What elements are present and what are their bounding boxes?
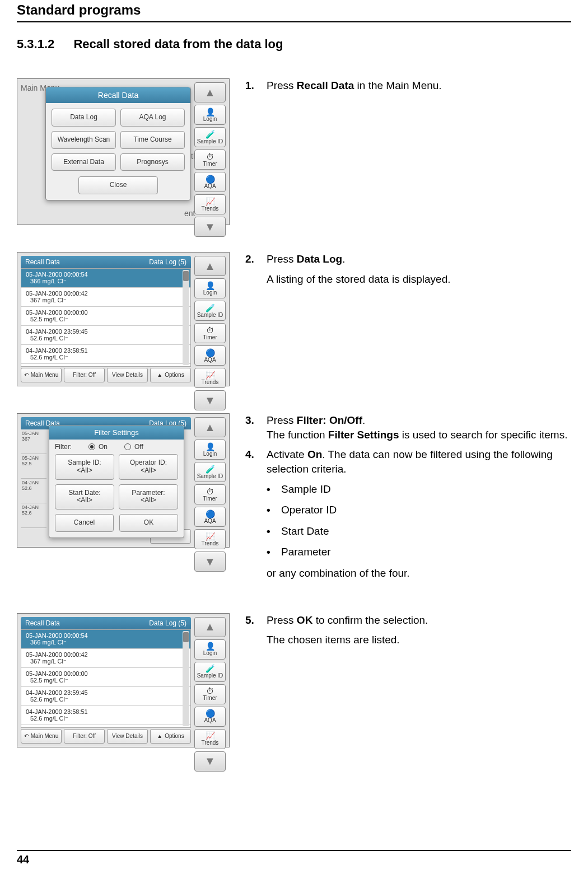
list-item[interactable]: 05-JAN-2000 00:00:0052.5 mg/L Cl⁻ — [21, 668, 190, 687]
sample-id-filter-button[interactable]: Sample ID:<All> — [55, 454, 114, 480]
step-4-text: Activate On. The data can now be filtere… — [267, 447, 571, 476]
main-menu-button[interactable]: ↶Main Menu — [21, 729, 62, 744]
s3-a: Press — [267, 414, 297, 426]
rule-top — [17, 21, 571, 22]
sample-id-button[interactable]: 🧪Sample ID — [194, 462, 226, 482]
data-log-button[interactable]: Data Log — [52, 109, 116, 127]
step-number-5: 5. — [245, 613, 259, 628]
scroll-up-icon[interactable]: ▲ — [194, 256, 226, 276]
login-icon: 👤 — [206, 443, 215, 451]
scrollbar-thumb[interactable] — [183, 632, 189, 642]
main-menu-label: Main Menu — [31, 372, 58, 378]
login-button[interactable]: 👤Login — [194, 440, 226, 460]
title-left: Recall Data — [25, 619, 60, 627]
list-item[interactable]: 05-JAN-2000 00:00:0052.5 mg/L Cl⁻ — [21, 307, 190, 326]
main-menu-button[interactable]: ↶Main Menu — [21, 368, 62, 382]
view-details-button[interactable]: View Details — [107, 368, 148, 382]
sample-id-filter-value: <All> — [77, 466, 92, 474]
aqa-label: AQA — [204, 518, 216, 524]
trends-button[interactable]: 📈Trends — [194, 529, 226, 549]
rule-bottom — [17, 850, 571, 851]
sample-id-label: Sample ID — [197, 473, 223, 479]
aqa-button[interactable]: 🔵AQA — [194, 345, 226, 366]
sample-id-button[interactable]: 🧪Sample ID — [194, 127, 226, 147]
login-button[interactable]: 👤Login — [194, 105, 226, 125]
step-5-text-bold: OK — [297, 614, 313, 626]
list-item[interactable]: 04-JAN-2000 23:58:5152.6 mg/L Cl⁻ — [21, 706, 190, 725]
list-item: 04-JAN52.6 — [21, 479, 46, 503]
list-item[interactable]: 05-JAN-2000 00:00:54366 mg/L Cl⁻ — [21, 630, 190, 649]
scroll-up-icon[interactable]: ▲ — [194, 82, 226, 102]
list-item[interactable]: 05-JAN-2000 00:00:42367 mg/L Cl⁻ — [21, 649, 190, 668]
list-item[interactable]: 05-JAN-2000 00:00:54366 mg/L Cl⁻ — [21, 269, 190, 288]
scroll-down-icon[interactable]: ▼ — [194, 217, 226, 237]
sample-id-icon: 🧪 — [206, 465, 215, 473]
options-label: Options — [165, 733, 184, 740]
trends-button[interactable]: 📈Trends — [194, 368, 226, 388]
scrollbar-thumb[interactable] — [183, 271, 189, 281]
login-button[interactable]: 👤Login — [194, 639, 226, 660]
scrollbar[interactable] — [183, 631, 189, 726]
aqa-icon: 🔵 — [206, 175, 215, 183]
scroll-down-icon[interactable]: ▼ — [194, 551, 226, 572]
list-item[interactable]: 05-JAN-2000 00:00:42367 mg/L Cl⁻ — [21, 288, 190, 307]
filter-criteria-item: Parameter — [267, 545, 571, 559]
timer-icon: ⏱ — [206, 326, 214, 334]
list-item: 04-JAN52.6 — [21, 503, 46, 528]
view-details-button[interactable]: View Details — [107, 729, 148, 744]
filter-off-button[interactable]: Filter: Off — [64, 368, 105, 382]
aqa-button[interactable]: 🔵AQA — [194, 507, 226, 527]
list-item: 05-JAN367 — [21, 429, 46, 454]
filter-off-radio[interactable]: Off — [124, 443, 143, 451]
step-2-text-bold: Data Log — [297, 253, 342, 265]
filter-on-radio[interactable]: On — [88, 443, 108, 451]
scroll-up-icon[interactable]: ▲ — [194, 617, 226, 637]
timer-label: Timer — [203, 161, 217, 167]
list-item[interactable]: 04-JAN-2000 23:59:4552.6 mg/L Cl⁻ — [21, 326, 190, 345]
trends-button[interactable]: 📈Trends — [194, 194, 226, 214]
sample-id-label: Sample ID — [197, 138, 223, 144]
start-date-filter-button[interactable]: Start Date:<All> — [55, 484, 114, 510]
parameter-filter-button[interactable]: Parameter:<All> — [119, 484, 178, 510]
data-log-list: 05-JAN-2000 00:00:54366 mg/L Cl⁻05-JAN-2… — [21, 629, 191, 728]
login-label: Login — [203, 289, 217, 296]
cancel-button[interactable]: Cancel — [55, 514, 114, 532]
sidebar: ▲ 👤Login 🧪Sample ID ⏱Timer 🔵AQA 📈Trends … — [194, 256, 226, 382]
sample-id-button[interactable]: 🧪Sample ID — [194, 301, 226, 321]
close-button[interactable]: Close — [78, 176, 158, 194]
timer-icon: ⏱ — [206, 488, 214, 496]
list-item[interactable]: 04-JAN-2000 23:58:5152.6 mg/L Cl⁻ — [21, 345, 190, 364]
prognosys-button[interactable]: Prognosys — [120, 153, 185, 171]
trends-button[interactable]: 📈Trends — [194, 729, 226, 749]
filter-off-button[interactable]: Filter: Off — [64, 729, 105, 744]
aqa-button[interactable]: 🔵AQA — [194, 707, 226, 727]
external-data-button[interactable]: External Data — [52, 153, 116, 171]
list-item[interactable]: 04-JAN-2000 23:59:4552.6 mg/L Cl⁻ — [21, 687, 190, 706]
scroll-down-icon[interactable]: ▼ — [194, 751, 226, 772]
aqa-log-button[interactable]: AQA Log — [120, 109, 185, 127]
timer-button[interactable]: ⏱Timer — [194, 323, 226, 343]
login-button[interactable]: 👤Login — [194, 278, 226, 298]
options-button[interactable]: ▲Options — [150, 729, 191, 744]
s4-a: Activate — [267, 448, 307, 460]
scrollbar[interactable] — [183, 270, 189, 365]
timer-button[interactable]: ⏱Timer — [194, 684, 226, 704]
ok-button[interactable]: OK — [119, 514, 178, 532]
sample-id-button[interactable]: 🧪Sample ID — [194, 662, 226, 682]
aqa-icon: 🔵 — [206, 349, 215, 357]
title-bar: Recall Data Data Log (5) — [21, 256, 191, 268]
s3-bold: Filter: On/Off — [297, 414, 362, 426]
options-button[interactable]: ▲Options — [150, 368, 191, 382]
operator-id-filter-button[interactable]: Operator ID:<All> — [119, 454, 178, 480]
scroll-down-icon[interactable]: ▼ — [194, 390, 226, 410]
step-1-text-a: Press — [267, 80, 297, 91]
timer-button[interactable]: ⏱Timer — [194, 149, 226, 170]
aqa-button[interactable]: 🔵AQA — [194, 172, 226, 192]
timer-button[interactable]: ⏱Timer — [194, 484, 226, 504]
step-1-text: Press Recall Data in the Main Menu. — [267, 78, 571, 93]
wavelength-scan-button[interactable]: Wavelength Scan — [52, 131, 116, 149]
filter-criteria-item: Sample ID — [267, 482, 571, 497]
scroll-up-icon[interactable]: ▲ — [194, 417, 226, 437]
time-course-button[interactable]: Time Course — [120, 131, 185, 149]
step-number-2: 2. — [245, 252, 259, 267]
